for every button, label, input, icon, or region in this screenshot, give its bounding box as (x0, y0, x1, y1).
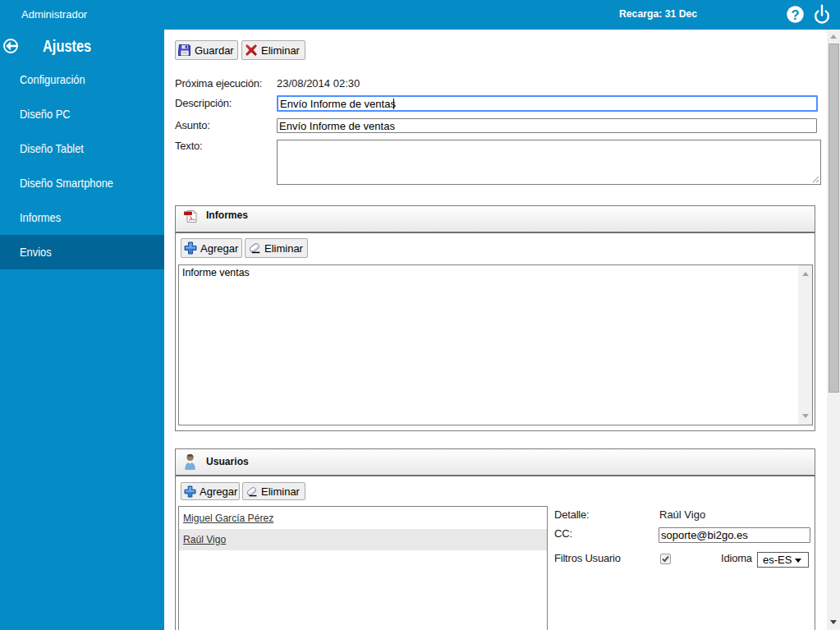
svg-text:?: ? (791, 7, 799, 22)
